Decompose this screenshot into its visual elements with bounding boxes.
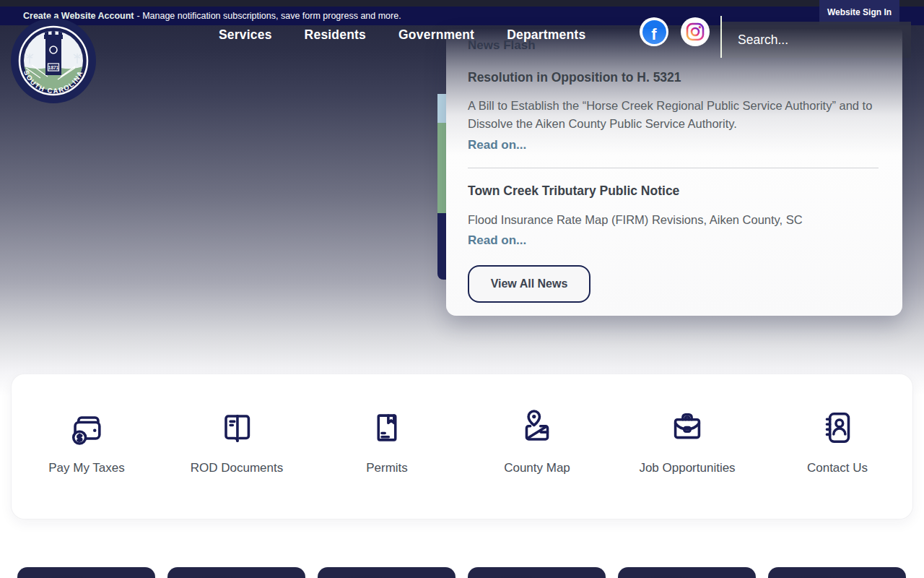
open-book-icon — [215, 406, 258, 449]
quicklink-label: ROD Documents — [191, 461, 283, 475]
nav-item-residents[interactable]: Residents — [305, 25, 366, 45]
view-all-news-button[interactable]: View All News — [468, 265, 590, 303]
news-flash-panel: News Flash Resolution in Opposition to H… — [446, 29, 902, 316]
news-item-body: A Bill to Establish the “Horse Creek Reg… — [468, 97, 876, 133]
top-strip — [0, 0, 924, 7]
page: Create a Website Account - Manage notifi… — [0, 0, 924, 578]
news-item-title[interactable]: Town Creek Tributary Public Notice — [468, 184, 679, 199]
quicklink-label: Permits — [366, 461, 408, 475]
carousel-peek-blue — [437, 94, 446, 123]
promo-tile[interactable] — [17, 567, 155, 578]
utility-bar-text: - Manage notification subscriptions, sav… — [137, 11, 401, 21]
news-flash-heading: News Flash — [468, 38, 536, 53]
carousel-peek-green — [437, 123, 446, 213]
quicklink-label: Pay My Taxes — [48, 461, 125, 475]
carousel-peek-navy — [437, 213, 446, 280]
quicklink-label: Job Opportunities — [639, 461, 735, 475]
svg-text:1871: 1871 — [48, 65, 59, 70]
read-on-link[interactable]: Read on... — [468, 138, 526, 152]
document-ribbon-icon — [365, 406, 409, 449]
briefcase-icon — [666, 406, 709, 449]
promo-tile[interactable] — [618, 567, 756, 578]
quicklink-contact-us[interactable]: Contact Us — [762, 406, 912, 519]
news-item-body: Flood Insurance Rate Map (FIRM) Revision… — [468, 211, 876, 229]
county-seal-logo[interactable]: SOUTH CAROLINA 1871 — [10, 17, 97, 104]
seal-icon: SOUTH CAROLINA 1871 — [10, 17, 97, 104]
quicklink-label: County Map — [504, 461, 570, 475]
promo-tile[interactable] — [318, 567, 456, 578]
quicklink-rod-documents[interactable]: ROD Documents — [162, 406, 312, 519]
quicklink-pay-my-taxes[interactable]: Pay My Taxes — [12, 406, 162, 519]
promo-tile[interactable] — [768, 567, 906, 578]
contact-book-icon — [816, 406, 859, 449]
quicklink-county-map[interactable]: County Map — [462, 406, 612, 519]
quicklink-job-opportunities[interactable]: Job Opportunities — [612, 406, 762, 519]
wallet-icon — [65, 406, 108, 449]
map-pin-icon — [515, 406, 559, 449]
quicklink-permits[interactable]: Permits — [312, 406, 462, 519]
website-sign-in-button[interactable]: Website Sign In — [819, 0, 899, 25]
news-item-title[interactable]: Resolution in Opposition to H. 5321 — [468, 70, 681, 85]
read-on-link[interactable]: Read on... — [468, 233, 526, 248]
promo-tile[interactable] — [167, 567, 305, 578]
promo-tile[interactable] — [468, 567, 606, 578]
nav-item-services[interactable]: Services — [219, 25, 272, 45]
quicklink-label: Contact Us — [807, 461, 868, 475]
news-divider — [468, 168, 879, 168]
quick-links-card: Pay My Taxes ROD Documents Permits — [12, 374, 912, 519]
